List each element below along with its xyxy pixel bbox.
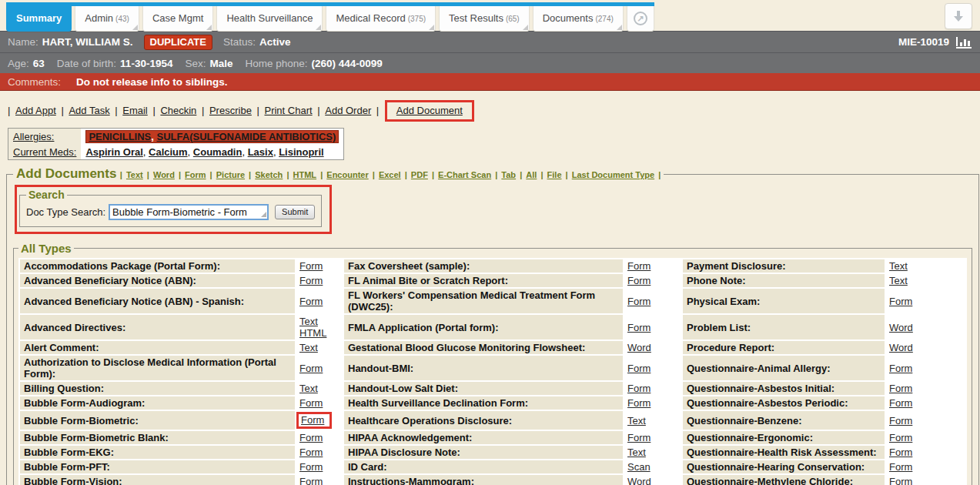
tab-health-surveillance[interactable]: Health Surveillance	[216, 6, 323, 32]
doc-type-link-picture[interactable]: Picture	[216, 170, 245, 179]
open-bubble-form-vision-form[interactable]: Form	[299, 476, 323, 485]
open-advanced-directives-text[interactable]: Text	[299, 316, 339, 327]
open-instructions-mammogram-word[interactable]: Word	[627, 476, 651, 485]
allergies-link[interactable]: Allergies:	[13, 131, 54, 142]
doc-type-label: Questionnaire-Health Risk Assessment:	[683, 446, 885, 459]
action-add-document[interactable]: Add Document	[396, 105, 463, 116]
doc-type-link-word[interactable]: Word	[153, 170, 175, 179]
doc-type-link-e-chart-scan[interactable]: E-Chart Scan	[438, 170, 491, 179]
doc-type-label: HIPAA Acknowledgement:	[344, 431, 623, 444]
open-physical-exam-form[interactable]: Form	[889, 296, 912, 307]
open-handout-low-salt-diet-form[interactable]: Form	[627, 383, 651, 394]
doc-type-link-tab[interactable]: Tab	[501, 170, 516, 179]
doc-type-link-html[interactable]: HTML	[293, 170, 317, 179]
tab-count: (375)	[408, 15, 426, 23]
open-billing-question-text[interactable]: Text	[299, 383, 318, 394]
doc-type-link-cell: Form	[296, 289, 343, 313]
med-aspirin-oral[interactable]: Aspirin Oral	[85, 146, 142, 158]
open-advanced-beneficiary-notice-abn-spanish-form[interactable]: Form	[299, 296, 323, 307]
open-payment-disclosure-text[interactable]: Text	[889, 260, 908, 272]
tab-count: (43)	[115, 15, 129, 23]
open-gestational-blood-glucose-monitoring-flowsheet-word[interactable]: Word	[627, 342, 651, 353]
action-prescribe[interactable]: Prescribe	[209, 105, 252, 116]
open-fl-animal-bite-or-scratch-report-form[interactable]: Form	[627, 275, 651, 286]
open-problem-list-word[interactable]: Word	[889, 322, 913, 333]
doc-type-link-text[interactable]: Text	[126, 170, 143, 179]
tab-documents[interactable]: Documents(274)	[533, 6, 624, 32]
download-button[interactable]	[945, 3, 972, 29]
open-questionnaire-asbestos-periodic-form[interactable]: Form	[889, 397, 912, 409]
open-hipaa-disclosure-note-text[interactable]: Text	[627, 447, 646, 458]
doc-type-link-pdf[interactable]: PDF	[411, 170, 428, 179]
open-bubble-form-audiogram-form[interactable]: Form	[299, 397, 323, 409]
tab-label: Case Mgmt	[152, 12, 203, 24]
doc-type-link-sketch[interactable]: Sketch	[255, 170, 283, 179]
open-id-card-scan[interactable]: Scan	[627, 461, 651, 473]
bar-chart-icon[interactable]	[955, 36, 972, 48]
open-authorization-to-disclose-medical-information-portal-form-form[interactable]: Form	[299, 363, 323, 374]
current-meds-link[interactable]: Current Meds:	[13, 146, 76, 158]
open-alert-comment-text[interactable]: Text	[299, 342, 318, 353]
doc-type-link-last-document-type[interactable]: Last Document Type	[572, 170, 654, 179]
table-row: Advanced Beneficiary Notice (ABN) - Span…	[20, 289, 965, 313]
action-email[interactable]: Email	[122, 105, 148, 116]
open-healthcare-operations-disclosure-text[interactable]: Text	[627, 415, 646, 426]
tab-summary[interactable]: Summary	[6, 6, 72, 32]
quick-actions: | Add Appt | Add Task | Email | Checkin …	[8, 100, 980, 122]
action-print-chart[interactable]: Print Chart	[264, 105, 312, 116]
open-advanced-directives-html[interactable]: HTML	[299, 327, 339, 339]
doc-type-label: Procedure Report:	[683, 341, 885, 354]
annotation-search-box: Search Doc Type Search: Submit	[15, 185, 332, 234]
comments-bar: Comments: Do not release info to sibling…	[0, 73, 980, 91]
tab-external-link[interactable]: ↗	[627, 6, 654, 32]
open-health-surveillance-declination-form-form[interactable]: Form	[627, 397, 651, 409]
tab-test-results[interactable]: Test Results(65)	[439, 6, 530, 32]
doc-type-search-input[interactable]	[109, 204, 269, 220]
patient-dob: 11-30-1954	[120, 58, 172, 69]
action-checkin[interactable]: Checkin	[160, 105, 196, 116]
doc-type-link-encounter[interactable]: Encounter	[326, 170, 368, 179]
open-questionnaire-methylene-chloride-form[interactable]: Form	[889, 476, 912, 485]
doc-type-label: Handout-BMI:	[344, 356, 623, 380]
open-bubble-form-ekg-form[interactable]: Form	[299, 447, 323, 458]
doc-type-link-excel[interactable]: Excel	[379, 170, 401, 179]
open-hipaa-acknowledgement-form[interactable]: Form	[627, 432, 651, 443]
doc-type-link-cell: Form	[886, 431, 965, 444]
open-bubble-form-pft-form[interactable]: Form	[299, 461, 323, 473]
open-questionnaire-asbestos-initial-form[interactable]: Form	[889, 383, 912, 394]
med-coumadin[interactable]: Coumadin	[193, 146, 242, 158]
action-add-appt[interactable]: Add Appt	[15, 105, 56, 116]
open-accommodations-package-portal-form-form[interactable]: Form	[299, 260, 323, 272]
open-fl-workers-compensation-medical-treatment-form-dwc25-form[interactable]: Form	[627, 296, 651, 307]
med-calcium[interactable]: Calcium	[149, 146, 188, 158]
med-lisinopril[interactable]: Lisinopril	[279, 146, 324, 158]
open-questionnaire-ergonomic-form[interactable]: Form	[889, 432, 912, 443]
open-questionnaire-animal-allergy-form[interactable]: Form	[889, 363, 912, 374]
table-row: Advanced Directives:TextHTMLFMLA Applica…	[20, 315, 965, 340]
allergy-sulfa-sulfonamide-antibiotics[interactable]: SULFA(SULFONAMIDE ANTIBIOTICS)	[157, 131, 336, 142]
duplicate-badge: DUPLICATE	[144, 35, 212, 50]
tab-medical-record[interactable]: Medical Record(375)	[326, 6, 436, 32]
action-add-order[interactable]: Add Order	[325, 105, 371, 116]
open-handout-bmi-form[interactable]: Form	[627, 363, 651, 374]
doc-type-link-form[interactable]: Form	[185, 170, 206, 179]
allergy-penicillins[interactable]: PENICILLINS	[89, 131, 151, 142]
open-procedure-report-word[interactable]: Word	[889, 342, 913, 353]
action-add-task[interactable]: Add Task	[69, 105, 109, 116]
open-phone-note-text[interactable]: Text	[889, 275, 908, 286]
all-types-title: All Types	[18, 242, 74, 255]
submit-button[interactable]: Submit	[275, 205, 315, 219]
open-bubble-form-biometric-form[interactable]: Form	[301, 414, 324, 426]
tab-case-mgmt[interactable]: Case Mgmt	[142, 6, 213, 32]
tab-admin[interactable]: Admin(43)	[75, 6, 139, 32]
doc-type-link-all[interactable]: All	[526, 170, 537, 179]
med-lasix[interactable]: Lasix	[248, 146, 273, 158]
open-advanced-beneficiary-notice-abn-form[interactable]: Form	[299, 275, 323, 286]
open-questionnaire-hearing-conservation-form[interactable]: Form	[889, 461, 912, 473]
doc-type-link-file[interactable]: File	[547, 170, 562, 179]
open-bubble-form-biometric-blank-form[interactable]: Form	[299, 432, 323, 443]
open-questionnaire-benzene-form[interactable]: Form	[889, 415, 912, 426]
open-fmla-application-portal-form-form[interactable]: Form	[627, 322, 651, 333]
open-questionnaire-health-risk-assessment-form[interactable]: Form	[889, 447, 912, 458]
open-fax-coversheet-sample-form[interactable]: Form	[627, 260, 651, 272]
